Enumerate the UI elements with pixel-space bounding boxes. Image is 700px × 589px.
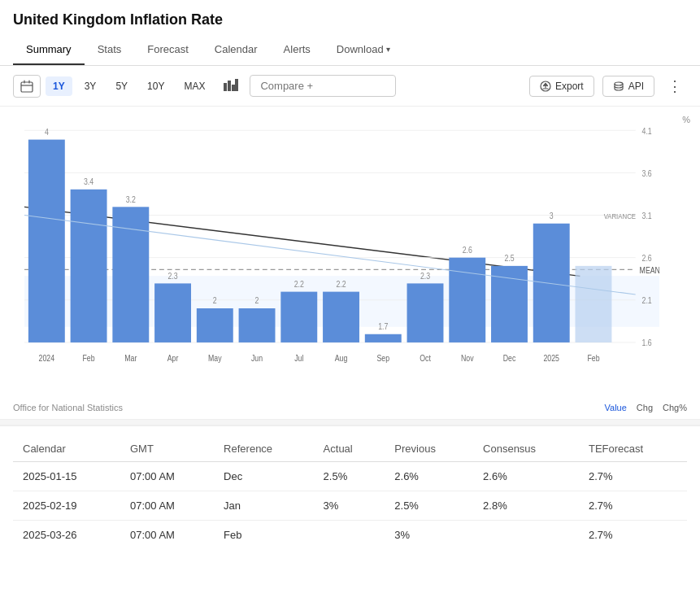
svg-rect-41 <box>280 292 317 342</box>
cell-gmt: 07:00 AM <box>120 462 214 491</box>
cell-reference: Feb <box>214 521 313 550</box>
col-teforecast: TEForecast <box>579 436 687 462</box>
svg-text:1.7: 1.7 <box>378 321 388 331</box>
data-table: Calendar GMT Reference Actual Previous C… <box>13 436 687 549</box>
cell-actual: 3% <box>314 491 385 521</box>
svg-rect-35 <box>197 308 233 342</box>
tab-navigation: Summary Stats Forecast Calendar Alerts D… <box>0 35 700 66</box>
svg-rect-56 <box>491 266 528 342</box>
data-table-container: Calendar GMT Reference Actual Previous C… <box>0 425 700 559</box>
col-actual: Actual <box>314 436 385 462</box>
table-row: 2025-01-1507:00 AMDec2.5%2.6%2.6%2.7% <box>13 462 687 491</box>
value-link[interactable]: Value <box>605 403 627 412</box>
svg-text:4.1: 4.1 <box>642 126 652 136</box>
export-button[interactable]: Export <box>529 76 594 97</box>
chart-type-button[interactable] <box>217 74 245 98</box>
svg-text:3.4: 3.4 <box>84 177 93 186</box>
svg-text:2.2: 2.2 <box>336 279 346 289</box>
tab-summary[interactable]: Summary <box>13 35 85 65</box>
svg-text:4: 4 <box>45 127 49 137</box>
table-row: 2025-02-1907:00 AMJan3%2.5%2.8%2.7% <box>13 491 687 521</box>
col-consensus: Consensus <box>473 436 579 462</box>
svg-text:2.5: 2.5 <box>504 254 514 264</box>
cell-reference: Dec <box>214 462 313 491</box>
cell-gmt: 07:00 AM <box>120 491 214 521</box>
period-5y-button[interactable]: 5Y <box>108 76 135 96</box>
svg-text:2024: 2024 <box>39 353 55 363</box>
tab-download[interactable]: Download ▾ <box>324 35 403 65</box>
svg-text:Apr: Apr <box>167 353 179 363</box>
cell-gmt: 07:00 AM <box>120 521 214 550</box>
svg-text:2: 2 <box>255 296 259 306</box>
cell-reference: Jan <box>214 491 313 521</box>
cell-actual <box>314 521 385 550</box>
svg-rect-62 <box>576 266 612 342</box>
svg-rect-38 <box>239 308 276 342</box>
chart-links: Value Chg Chg% <box>605 403 687 412</box>
bar-chart-icon <box>224 78 238 91</box>
toolbar-right: Export API ⋮ <box>529 76 687 97</box>
col-calendar: Calendar <box>13 436 120 462</box>
period-3y-button[interactable]: 3Y <box>77 76 104 96</box>
chart-source: Office for National Statistics <box>13 403 123 412</box>
chgpct-link[interactable]: Chg% <box>663 403 687 412</box>
svg-text:Nov: Nov <box>461 353 474 363</box>
svg-rect-4 <box>235 79 238 91</box>
tab-calendar[interactable]: Calendar <box>202 35 271 65</box>
period-1y-button[interactable]: 1Y <box>46 76 72 96</box>
table-header-row: Calendar GMT Reference Actual Previous C… <box>13 436 687 462</box>
svg-text:3.1: 3.1 <box>642 211 652 220</box>
svg-text:2: 2 <box>213 296 217 306</box>
svg-text:2.6: 2.6 <box>642 254 652 264</box>
database-icon <box>613 81 624 92</box>
export-icon <box>540 81 551 92</box>
svg-text:1.6: 1.6 <box>642 338 652 348</box>
more-options-button[interactable]: ⋮ <box>663 76 687 97</box>
api-button[interactable]: API <box>602 76 654 97</box>
svg-rect-53 <box>449 258 485 342</box>
mean-label: MEAN <box>640 265 659 275</box>
col-reference: Reference <box>214 436 313 462</box>
svg-line-9 <box>24 207 580 276</box>
compare-input[interactable] <box>250 75 396 97</box>
svg-text:3.6: 3.6 <box>642 168 652 178</box>
tab-alerts[interactable]: Alerts <box>271 35 324 65</box>
svg-text:Mar: Mar <box>124 353 137 363</box>
svg-rect-47 <box>365 334 402 342</box>
period-10y-button[interactable]: 10Y <box>140 76 172 96</box>
svg-rect-50 <box>407 283 444 342</box>
svg-text:VARIANCE: VARIANCE <box>604 212 637 220</box>
toolbar-left: 1Y 3Y 5Y 10Y MAX <box>13 74 396 98</box>
page-title: United Kingdom Inflation Rate <box>0 0 700 35</box>
svg-text:3: 3 <box>550 211 554 220</box>
y-axis-label: % <box>682 115 690 124</box>
chg-link[interactable]: Chg <box>637 403 653 412</box>
svg-rect-44 <box>323 292 359 342</box>
tab-forecast[interactable]: Forecast <box>134 35 202 65</box>
calendar-date-button[interactable] <box>13 75 41 98</box>
svg-rect-59 <box>533 224 570 342</box>
svg-rect-32 <box>154 283 191 342</box>
period-max-button[interactable]: MAX <box>176 76 212 96</box>
svg-text:Jul: Jul <box>294 353 303 363</box>
svg-text:May: May <box>208 353 222 363</box>
svg-text:Aug: Aug <box>335 353 348 363</box>
chart-footer: Office for National Statistics Value Chg… <box>0 399 700 419</box>
svg-rect-1 <box>224 83 227 91</box>
tab-stats[interactable]: Stats <box>85 35 135 65</box>
svg-text:Oct: Oct <box>420 353 431 363</box>
svg-text:2.2: 2.2 <box>294 279 304 289</box>
svg-rect-23 <box>28 140 65 342</box>
chart-area: % MEAN 4.1 3.6 3.1 2.6 2.1 1.6 VAR <box>0 107 700 399</box>
svg-text:2.3: 2.3 <box>420 271 430 281</box>
cell-previous: 3% <box>385 521 473 550</box>
cell-calendar: 2025-03-26 <box>13 521 120 550</box>
svg-rect-2 <box>228 81 231 91</box>
section-divider <box>0 419 700 425</box>
svg-text:2025: 2025 <box>543 353 559 363</box>
cell-previous: 2.5% <box>385 491 473 521</box>
cell-teforecast: 2.7% <box>579 521 687 550</box>
calendar-icon <box>20 80 33 93</box>
col-previous: Previous <box>385 436 473 462</box>
cell-consensus: 2.8% <box>473 491 579 521</box>
